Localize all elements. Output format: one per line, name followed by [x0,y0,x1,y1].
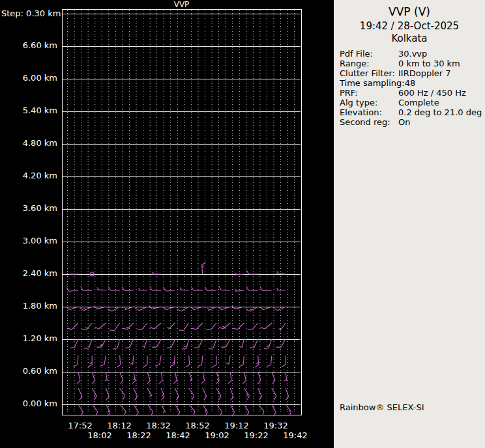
wind-barb [106,404,110,416]
wind-barb [205,287,216,291]
wind-barb [240,339,244,348]
panel-site: Kolkata [334,33,485,44]
wind-barb [189,372,192,381]
field-value: 0 km to 30 km [398,59,460,68]
info-panel: VVP (V) 19:42 / 28-Oct-2025 Kolkata Pdf … [334,0,485,448]
field-value: On [398,117,410,127]
wind-barb [147,388,152,397]
field-row-range: Range:0 km to 30 km [340,59,485,68]
wind-barb [100,356,106,366]
wind-barb [286,388,289,400]
y-axis-label: 5.40 km [1,105,57,115]
wind-barb [77,372,80,384]
x-axis-label: 18:42 [158,430,198,440]
wind-barb [164,287,175,291]
wind-barb [134,388,138,400]
info-fields: Pdf File:30.vvp Range:0 km to 30 km Clut… [334,49,485,127]
wind-barb [150,287,162,290]
wind-barb [272,388,276,400]
field-label: PRF: [340,88,398,98]
field-label: Range: [340,59,398,68]
wind-barb [244,388,249,400]
wind-barb [276,339,286,347]
x-axis-label: 18:02 [80,430,119,440]
wind-barb [81,287,93,290]
wind-barb [201,372,205,384]
wind-barb [147,404,153,416]
wind-barb [92,388,96,400]
wind-barb [113,339,119,349]
field-value: 600 Hz / 450 Hz [398,88,466,98]
wind-barb [255,356,259,367]
field-row-elevation: Elevation:0.2 deg to 21.0 deg [340,107,485,117]
wind-barb [250,339,258,348]
wind-barb [189,404,195,415]
y-axis-label: 1.20 km [1,333,57,343]
x-axis-label: 19:42 [276,430,315,440]
y-axis-label: 6.00 km [1,73,57,83]
wind-barb [161,388,164,400]
wind-barb [226,356,230,365]
wind-barb [246,270,258,274]
wind-barb [106,388,109,400]
y-axis-label: 2.40 km [1,268,57,278]
wind-barb [142,339,147,348]
wind-barb [96,339,106,347]
x-axis-label: 19:22 [237,430,276,440]
wind-barb [267,356,272,367]
wind-barb [191,287,203,290]
x-axis-label: 18:12 [100,421,139,430]
wind-barb [78,388,82,400]
panel-title: VVP (V) [334,5,485,18]
wind-barb [258,388,262,400]
wind-barb [272,372,275,384]
wind-barb [219,286,230,290]
wind-barb [88,356,92,367]
wind-barb [78,404,83,416]
wind-barb [203,388,207,400]
field-value: 30.vvp [398,49,427,59]
wind-barb [284,372,286,381]
wind-barb [155,356,161,366]
wind-barb [177,307,188,311]
wind-barb [122,287,134,291]
y-axis-label: 4.20 km [1,171,57,180]
wind-barb [161,404,166,413]
y-axis-label: 1.80 km [1,301,57,311]
wind-barb [67,323,78,329]
wind-barb [173,372,177,384]
x-axis-label: 19:12 [217,421,256,430]
wind-barb [152,339,161,347]
field-label: Time sampling: [340,78,405,88]
field-row-time-sampling: Time sampling:48 [340,78,485,88]
wind-barb [216,388,221,400]
wind-barb [219,323,230,329]
y-axis-label: 3.00 km [1,236,57,245]
wind-barb [272,404,276,416]
wind-barb [278,323,286,330]
brand-footer: Rainbow® SELEX-SI [340,402,424,412]
wind-barb [120,404,126,415]
wind-barb [203,404,207,416]
y-axis-label: 6.60 km [1,40,57,50]
wind-barb [159,372,163,384]
wind-barb [264,339,272,348]
field-label: Second reg: [340,117,398,127]
wind-barb [81,323,92,330]
field-row-clutter-filter: Clutter Filter:IIRDoppler 7 [340,68,485,78]
field-row-alg-type: Alg type:Complete [340,98,485,107]
wind-barb [175,404,179,416]
wind-barb [244,404,248,416]
y-axis-label: 0.60 km [1,366,57,376]
x-axis-label: 19:32 [256,421,295,430]
wind-barb [117,356,121,367]
wind-barb [233,323,244,329]
wind-barb [92,404,98,416]
wind-barb [248,323,258,330]
field-value: 48 [405,78,416,88]
wind-barb [216,404,222,416]
wind-barb [192,323,203,329]
wind-barb [92,372,95,384]
wind-barb [110,323,120,330]
wind-barb [132,372,136,384]
